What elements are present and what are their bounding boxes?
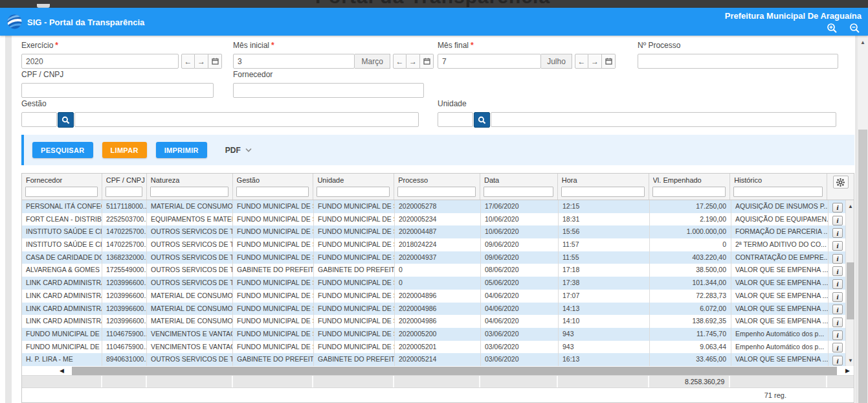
imprimir-button[interactable]: IMPRIMIR (156, 142, 207, 158)
column-header-7[interactable]: Hora (558, 174, 649, 200)
grid-scroll-down-icon[interactable]: ▼ (846, 358, 855, 363)
exercicio-calendar-icon[interactable] (208, 54, 222, 69)
gestao-name-input[interactable] (74, 112, 419, 127)
info-icon[interactable]: i (832, 343, 843, 352)
exercicio-next-icon[interactable]: → (195, 54, 208, 69)
mes-inicial-next-icon[interactable]: → (406, 54, 420, 69)
info-icon[interactable]: i (832, 305, 843, 314)
exercicio-prev-icon[interactable]: ← (181, 54, 195, 69)
mes-inicial-calendar-icon[interactable] (420, 54, 434, 69)
column-filter-input-7[interactable] (561, 187, 645, 197)
info-icon[interactable]: i (832, 356, 843, 365)
info-icon[interactable]: i (832, 254, 843, 264)
table-row-11[interactable]: FUNDO MUNICIPAL DE SAU...1104675900...VE… (22, 341, 845, 354)
mes-inicial-prev-icon[interactable]: ← (393, 54, 406, 69)
column-filter-input-2[interactable] (150, 187, 228, 197)
unidade-name-input[interactable] (491, 112, 836, 127)
unidade-search-icon[interactable] (474, 112, 490, 128)
cell-8-9: VALOR QUE SE EMPENHA ... (731, 303, 829, 316)
table-row-12[interactable]: H. P. LIRA - ME8940631000...OUTROS SERVI… (22, 353, 845, 366)
info-icon[interactable]: i (832, 203, 843, 213)
zoom-out-icon[interactable] (849, 23, 860, 34)
column-header-5[interactable]: Processo (394, 174, 480, 200)
table-row-5[interactable]: ALVARENGA & GOMES LTD...1725549000...OUT… (22, 264, 845, 277)
table-row-7[interactable]: LINK CARD ADMINISTRAD...1203996600...MAT… (22, 290, 845, 303)
gear-icon[interactable] (833, 176, 849, 189)
column-filter-input-8[interactable] (652, 187, 726, 197)
column-filter-input-1[interactable] (106, 187, 142, 197)
cell-6-5: 0 (395, 277, 481, 290)
column-filter-input-4[interactable] (317, 187, 390, 197)
cell-12-2: OUTROS SERVICOS DE TER... (147, 353, 233, 366)
grid-scroll-left-icon[interactable]: ◀ (60, 366, 64, 376)
info-icon[interactable]: i (832, 330, 843, 340)
grid-vscroll-thumb[interactable] (847, 262, 854, 319)
cell-2-6: 10/06/2020 (481, 225, 559, 238)
cell-1-3: FUNDO MUNICIPAL DE SAU... (233, 213, 314, 226)
grid-scroll-up-icon[interactable]: ▲ (846, 203, 855, 209)
info-icon[interactable]: i (832, 266, 843, 276)
mes-final-calendar-icon[interactable] (602, 54, 616, 69)
actions-toolbar: PESQUISAR LIMPAR IMPRIMIR PDF (21, 135, 854, 165)
pdf-dropdown[interactable]: PDF (225, 146, 252, 155)
table-row-4[interactable]: CASA DE CARIDADE DOM ...1368232000...OUT… (22, 251, 845, 264)
column-filter-input-0[interactable] (25, 187, 98, 197)
gestao-search-icon[interactable] (58, 112, 74, 128)
column-filter-input-6[interactable] (484, 187, 553, 197)
info-icon[interactable]: i (832, 279, 843, 289)
grid-summary-row: 8.258.360,29 (22, 376, 854, 387)
mes-final-input[interactable] (438, 54, 541, 69)
gestao-code-input[interactable] (21, 112, 57, 127)
column-header-2[interactable]: Natureza (147, 174, 233, 200)
column-header-1[interactable]: CPF / CNPJ ... (102, 174, 147, 200)
processo-input[interactable] (638, 54, 838, 69)
column-header-9[interactable]: Histórico (730, 174, 827, 200)
field-mes-inicial: Mês inicial* Março ← → (233, 41, 434, 69)
grid-scroll-right-icon[interactable]: ▶ (845, 366, 850, 376)
grid-hscroll-thumb[interactable] (72, 367, 837, 375)
info-icon[interactable]: i (832, 216, 843, 225)
dimmed-page-strip: Portal da Transparência (0, 0, 868, 8)
zoom-in-icon[interactable] (827, 23, 838, 34)
grid-vertical-scrollbar[interactable]: ▲ ▼ (845, 200, 854, 366)
page-scrollbar-thumb[interactable] (858, 130, 867, 403)
table-row-0[interactable]: PERSONAL ITÁ CONFECÇÕ...5117118000...MAT… (22, 200, 845, 213)
column-filter-input-9[interactable] (733, 187, 823, 197)
info-icon[interactable]: i (832, 228, 843, 238)
mes-final-prev-icon[interactable]: ← (575, 54, 588, 69)
info-icon[interactable]: i (832, 317, 843, 327)
cell-10-7: 943 (559, 328, 650, 341)
column-header-6[interactable]: Data (480, 174, 558, 200)
table-row-3[interactable]: INSTITUTO SAÚDE E CIDAD...1470225700...O… (22, 238, 845, 251)
fornecedor-input[interactable] (233, 83, 424, 98)
cell-8-4: FUNDO MUNICIPAL DE SAU... (314, 303, 395, 316)
page-scroll-up-icon[interactable]: ▲ (858, 38, 868, 47)
column-filter-input-3[interactable] (236, 187, 309, 197)
unidade-code-input[interactable] (438, 112, 473, 127)
cell-9-1: 1203996600... (102, 315, 147, 328)
table-row-6[interactable]: LINK CARD ADMINISTRAD...1203996600...OUT… (22, 277, 845, 290)
cell-5-3: GABINETE DO PREFEITO D... (233, 264, 314, 277)
column-filter-input-5[interactable] (397, 187, 476, 197)
column-header-3[interactable]: Gestão (233, 174, 314, 200)
cell-8-8: 6.072,00 (650, 303, 731, 316)
exercicio-input[interactable] (21, 54, 179, 69)
cpf-cnpj-input[interactable] (21, 83, 214, 98)
mes-final-next-icon[interactable]: → (588, 54, 602, 69)
column-header-8[interactable]: Vl. Empenhado (649, 174, 731, 200)
page-scrollbar[interactable]: ▲ (858, 36, 868, 403)
table-row-10[interactable]: FUNDO MUNICIPAL DE SAU...1104675900...VE… (22, 328, 845, 341)
mes-inicial-input[interactable] (233, 54, 355, 69)
grid-horizontal-scrollbar[interactable]: ◀ ▶ (22, 366, 854, 376)
info-icon[interactable]: i (832, 241, 843, 251)
table-row-9[interactable]: LINK CARD ADMINISTRAD...1203996600...MAT… (22, 315, 845, 328)
table-row-8[interactable]: LINK CARD ADMINISTRAD...1203996600...MAT… (22, 303, 845, 316)
column-header-4[interactable]: Unidade (313, 174, 394, 200)
cell-8-0: LINK CARD ADMINISTRAD... (22, 303, 102, 316)
column-header-0[interactable]: Fornecedor (22, 174, 102, 200)
pesquisar-button[interactable]: PESQUISAR (32, 142, 93, 158)
table-row-2[interactable]: INSTITUTO SAÚDE E CIDAD...1470225700...O… (22, 225, 845, 238)
table-row-1[interactable]: FORT CLEAN - DISTRIBUID...2252503700...E… (22, 213, 845, 226)
info-icon[interactable]: i (832, 292, 843, 302)
limpar-button[interactable]: LIMPAR (102, 142, 147, 158)
